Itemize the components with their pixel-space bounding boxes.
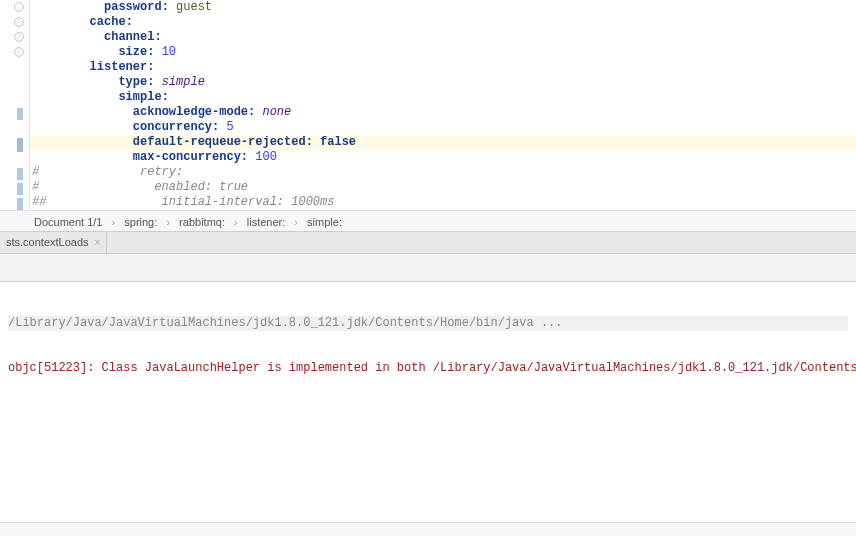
code-line[interactable]: max-concurrency: 100 <box>30 150 856 165</box>
code-line[interactable]: ## initial-interval: 1000ms <box>30 195 856 210</box>
code-line[interactable]: password: guest <box>30 0 856 15</box>
tab-label: sts.contextLoads <box>6 232 89 253</box>
code-line[interactable]: simple: <box>30 90 856 105</box>
console-output[interactable]: /Library/Java/JavaVirtualMachines/jdk1.8… <box>0 282 856 522</box>
tab-context-loads[interactable]: sts.contextLoads × <box>0 232 107 253</box>
editor-gutter[interactable] <box>0 0 30 210</box>
console-toolbar <box>0 254 856 282</box>
code-line[interactable]: size: 10 <box>30 45 856 60</box>
chevron-right-icon: › <box>292 211 300 233</box>
code-line[interactable]: type: simple <box>30 75 856 90</box>
code-content[interactable]: password: guest cache: channel: size: 10… <box>30 0 856 210</box>
breadcrumb-item[interactable]: listener: <box>243 211 290 233</box>
editor-area[interactable]: password: guest cache: channel: size: 10… <box>0 0 856 210</box>
status-bar <box>0 522 856 536</box>
gutter-fold-marker[interactable] <box>14 17 24 27</box>
chevron-right-icon: › <box>164 211 172 233</box>
gutter-fold-marker[interactable] <box>14 32 24 42</box>
breadcrumb-item[interactable]: spring: <box>120 211 161 233</box>
code-line[interactable]: default-requeue-rejected: false <box>30 135 856 150</box>
breadcrumb-bar: Document 1/1 › spring: › rabbitmq: › lis… <box>0 210 856 232</box>
console-tab-bar: sts.contextLoads × <box>0 232 856 254</box>
breadcrumb-item[interactable]: Document 1/1 <box>30 211 106 233</box>
code-line[interactable]: concurrency: 5 <box>30 120 856 135</box>
breadcrumb-item[interactable]: rabbitmq: <box>175 211 229 233</box>
code-line[interactable]: channel: <box>30 30 856 45</box>
gutter-change-marker[interactable] <box>17 168 23 180</box>
code-line[interactable]: # retry: <box>30 165 856 180</box>
breadcrumb-item[interactable]: simple: <box>303 211 346 233</box>
code-line[interactable]: listener: <box>30 60 856 75</box>
console-line: objc[51223]: Class JavaLaunchHelper is i… <box>8 361 848 376</box>
code-line[interactable]: acknowledge-mode: none <box>30 105 856 120</box>
code-line[interactable]: # enabled: true <box>30 180 856 195</box>
gutter-change-marker[interactable] <box>17 108 23 120</box>
chevron-right-icon: › <box>110 211 118 233</box>
console-line: /Library/Java/JavaVirtualMachines/jdk1.8… <box>8 316 848 331</box>
gutter-change-marker[interactable] <box>17 138 23 152</box>
gutter-fold-marker[interactable] <box>14 2 24 12</box>
close-icon[interactable]: × <box>95 232 101 253</box>
gutter-change-marker[interactable] <box>17 183 23 195</box>
gutter-fold-marker[interactable] <box>14 47 24 57</box>
code-line[interactable]: cache: <box>30 15 856 30</box>
chevron-right-icon: › <box>232 211 240 233</box>
gutter-change-marker[interactable] <box>17 198 23 210</box>
